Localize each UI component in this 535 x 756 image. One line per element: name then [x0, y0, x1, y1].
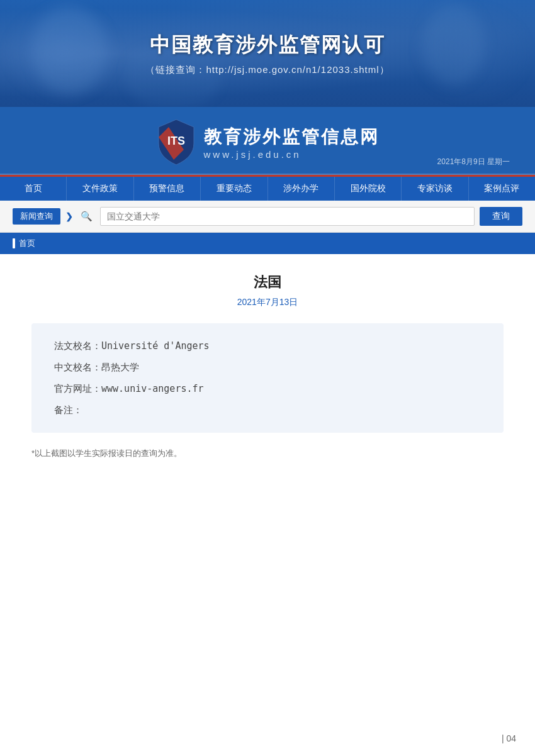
- info-row-french-name: 法文校名：Université d'Angers: [54, 338, 481, 353]
- nav-item-case[interactable]: 案例点评: [469, 177, 535, 201]
- info-row-remark: 备注：: [54, 403, 481, 418]
- main-content: 法国 2021年7月13日 法文校名：Université d'Angers 中…: [0, 254, 535, 484]
- nav-item-policy[interactable]: 文件政策: [67, 177, 133, 201]
- search-tag: 新闻查询: [13, 208, 60, 225]
- nav-item-warning[interactable]: 预警信息: [134, 177, 201, 201]
- article-title: 法国: [31, 273, 504, 292]
- logo-main-text: 教育涉外监管信息网: [204, 125, 380, 149]
- page-number: | 04: [502, 733, 516, 743]
- header-subtitle: （链接查询：http://jsj.moe.gov.cn/n1/12033.sht…: [145, 64, 389, 76]
- nav-item-expert[interactable]: 专家访谈: [402, 177, 468, 201]
- navigation-bar: 首页 文件政策 预警信息 重要动态 涉外办学 国外院校 专家访谈 案例点评: [0, 175, 535, 201]
- breadcrumb-indicator: [13, 238, 15, 248]
- info-row-chinese-name: 中文校名：昂热大学: [54, 360, 481, 375]
- search-input[interactable]: [100, 207, 475, 226]
- logo-date: 2021年8月9日 星期一: [437, 157, 510, 167]
- header-banner: 中国教育涉外监管网认可 （链接查询：http://jsj.moe.gov.cn/…: [0, 0, 535, 107]
- search-bar: 新闻查询 ❯ 🔍 查询: [0, 201, 535, 233]
- breadcrumb-bar: 首页: [0, 233, 535, 254]
- info-row-website: 官方网址：www.univ-angers.fr: [54, 381, 481, 396]
- logo-text: 教育涉外监管信息网 www.jsj.edu.cn: [204, 125, 380, 160]
- site-logo: ITS: [156, 118, 196, 166]
- search-button[interactable]: 查询: [480, 207, 522, 226]
- logo-section: ITS 教育涉外监管信息网 www.jsj.edu.cn 2021年8月9日 星…: [0, 107, 535, 175]
- breadcrumb-text: 首页: [19, 238, 35, 249]
- search-icon: 🔍: [78, 211, 95, 222]
- search-arrow-icon: ❯: [65, 211, 73, 221]
- page-title: 中国教育涉外监管网认可: [150, 31, 385, 59]
- nav-item-dynamics[interactable]: 重要动态: [201, 177, 268, 201]
- nav-item-abroad[interactable]: 涉外办学: [268, 177, 335, 201]
- info-card: 法文校名：Université d'Angers 中文校名：昂热大学 官方网址：…: [31, 323, 504, 433]
- footnote: *以上截图以学生实际报读日的查询为准。: [31, 448, 504, 459]
- svg-text:ITS: ITS: [167, 135, 185, 147]
- nav-item-home[interactable]: 首页: [0, 177, 67, 201]
- logo-url: www.jsj.edu.cn: [204, 149, 380, 160]
- article-date: 2021年7月13日: [31, 297, 504, 308]
- nav-item-foreign[interactable]: 国外院校: [335, 177, 402, 201]
